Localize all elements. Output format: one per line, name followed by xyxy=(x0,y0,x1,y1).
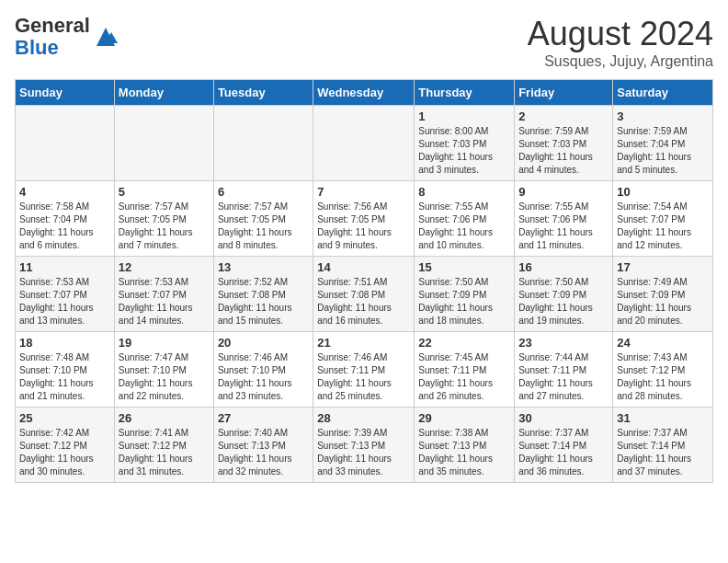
header-day-wednesday: Wednesday xyxy=(313,80,415,106)
cell-content: Sunrise: 7:47 AM Sunset: 7:10 PM Dayligh… xyxy=(119,351,210,403)
day-number: 20 xyxy=(218,336,309,350)
calendar-cell: 14Sunrise: 7:51 AM Sunset: 7:08 PM Dayli… xyxy=(313,257,415,332)
day-number: 19 xyxy=(119,336,210,350)
calendar-cell: 23Sunrise: 7:44 AM Sunset: 7:11 PM Dayli… xyxy=(515,332,613,408)
calendar-cell: 26Sunrise: 7:41 AM Sunset: 7:12 PM Dayli… xyxy=(114,408,213,483)
calendar-cell: 21Sunrise: 7:46 AM Sunset: 7:11 PM Dayli… xyxy=(313,332,415,408)
calendar-cell: 1Sunrise: 8:00 AM Sunset: 7:03 PM Daylig… xyxy=(415,106,515,181)
header-day-saturday: Saturday xyxy=(613,80,713,106)
cell-content: Sunrise: 7:57 AM Sunset: 7:05 PM Dayligh… xyxy=(218,201,309,252)
day-number: 8 xyxy=(418,185,510,199)
cell-content: Sunrise: 7:52 AM Sunset: 7:08 PM Dayligh… xyxy=(218,276,309,327)
calendar-cell xyxy=(213,106,313,181)
calendar-cell: 20Sunrise: 7:46 AM Sunset: 7:10 PM Dayli… xyxy=(213,332,313,408)
day-number: 29 xyxy=(418,411,510,425)
day-number: 14 xyxy=(317,260,410,274)
week-row-3: 11Sunrise: 7:53 AM Sunset: 7:07 PM Dayli… xyxy=(16,257,713,332)
cell-content: Sunrise: 7:50 AM Sunset: 7:09 PM Dayligh… xyxy=(418,276,510,327)
calendar-cell: 27Sunrise: 7:40 AM Sunset: 7:13 PM Dayli… xyxy=(213,408,313,483)
calendar-cell: 9Sunrise: 7:55 AM Sunset: 7:06 PM Daylig… xyxy=(515,181,613,257)
cell-content: Sunrise: 7:37 AM Sunset: 7:14 PM Dayligh… xyxy=(518,427,609,478)
week-row-5: 25Sunrise: 7:42 AM Sunset: 7:12 PM Dayli… xyxy=(16,408,713,483)
day-number: 10 xyxy=(617,185,709,199)
calendar-cell xyxy=(313,106,415,181)
cell-content: Sunrise: 7:43 AM Sunset: 7:12 PM Dayligh… xyxy=(617,351,709,403)
header-day-thursday: Thursday xyxy=(415,80,515,106)
cell-content: Sunrise: 7:56 AM Sunset: 7:05 PM Dayligh… xyxy=(317,201,410,252)
cell-content: Sunrise: 7:45 AM Sunset: 7:11 PM Dayligh… xyxy=(418,351,510,403)
cell-content: Sunrise: 7:48 AM Sunset: 7:10 PM Dayligh… xyxy=(19,351,110,403)
page-header: General Blue August 2024 Susques, Jujuy,… xyxy=(15,15,713,70)
day-number: 18 xyxy=(19,336,110,350)
calendar-cell: 13Sunrise: 7:52 AM Sunset: 7:08 PM Dayli… xyxy=(213,257,313,332)
calendar-cell: 10Sunrise: 7:54 AM Sunset: 7:07 PM Dayli… xyxy=(613,181,713,257)
location: Susques, Jujuy, Argentina xyxy=(528,53,713,70)
week-row-2: 4Sunrise: 7:58 AM Sunset: 7:04 PM Daylig… xyxy=(16,181,713,257)
day-number: 1 xyxy=(418,109,510,123)
header-day-tuesday: Tuesday xyxy=(213,80,313,106)
calendar-cell: 2Sunrise: 7:59 AM Sunset: 7:03 PM Daylig… xyxy=(515,106,613,181)
cell-content: Sunrise: 7:55 AM Sunset: 7:06 PM Dayligh… xyxy=(518,201,609,252)
calendar-header: SundayMondayTuesdayWednesdayThursdayFrid… xyxy=(16,80,713,106)
header-day-monday: Monday xyxy=(114,80,213,106)
day-number: 31 xyxy=(617,411,709,425)
calendar-cell: 28Sunrise: 7:39 AM Sunset: 7:13 PM Dayli… xyxy=(313,408,415,483)
calendar-cell: 17Sunrise: 7:49 AM Sunset: 7:09 PM Dayli… xyxy=(613,257,713,332)
calendar-cell: 31Sunrise: 7:37 AM Sunset: 7:14 PM Dayli… xyxy=(613,408,713,483)
calendar-cell xyxy=(16,106,115,181)
calendar-cell: 18Sunrise: 7:48 AM Sunset: 7:10 PM Dayli… xyxy=(16,332,115,408)
cell-content: Sunrise: 7:51 AM Sunset: 7:08 PM Dayligh… xyxy=(317,276,410,327)
day-number: 7 xyxy=(317,185,410,199)
calendar-table: SundayMondayTuesdayWednesdayThursdayFrid… xyxy=(15,79,713,483)
day-number: 5 xyxy=(119,185,210,199)
day-number: 27 xyxy=(218,411,309,425)
calendar-cell: 11Sunrise: 7:53 AM Sunset: 7:07 PM Dayli… xyxy=(16,257,115,332)
cell-content: Sunrise: 7:59 AM Sunset: 7:04 PM Dayligh… xyxy=(617,125,709,177)
day-number: 25 xyxy=(19,411,110,425)
logo-text: General Blue xyxy=(15,15,90,59)
cell-content: Sunrise: 7:59 AM Sunset: 7:03 PM Dayligh… xyxy=(518,125,609,177)
calendar-cell: 24Sunrise: 7:43 AM Sunset: 7:12 PM Dayli… xyxy=(613,332,713,408)
day-number: 26 xyxy=(119,411,210,425)
cell-content: Sunrise: 7:46 AM Sunset: 7:10 PM Dayligh… xyxy=(218,351,309,403)
calendar-cell: 4Sunrise: 7:58 AM Sunset: 7:04 PM Daylig… xyxy=(16,181,115,257)
calendar-cell: 19Sunrise: 7:47 AM Sunset: 7:10 PM Dayli… xyxy=(114,332,213,408)
cell-content: Sunrise: 7:41 AM Sunset: 7:12 PM Dayligh… xyxy=(119,427,210,478)
calendar-cell: 5Sunrise: 7:57 AM Sunset: 7:05 PM Daylig… xyxy=(114,181,213,257)
day-number: 12 xyxy=(119,260,210,274)
cell-content: Sunrise: 7:55 AM Sunset: 7:06 PM Dayligh… xyxy=(418,201,510,252)
day-number: 24 xyxy=(617,336,709,350)
header-day-sunday: Sunday xyxy=(16,80,115,106)
calendar-cell: 7Sunrise: 7:56 AM Sunset: 7:05 PM Daylig… xyxy=(313,181,415,257)
cell-content: Sunrise: 7:40 AM Sunset: 7:13 PM Dayligh… xyxy=(218,427,309,478)
title-block: August 2024 Susques, Jujuy, Argentina xyxy=(528,15,713,70)
day-number: 11 xyxy=(19,260,110,274)
week-row-4: 18Sunrise: 7:48 AM Sunset: 7:10 PM Dayli… xyxy=(16,332,713,408)
day-number: 9 xyxy=(518,185,609,199)
day-number: 4 xyxy=(19,185,110,199)
calendar-cell xyxy=(114,106,213,181)
day-number: 17 xyxy=(617,260,709,274)
day-number: 16 xyxy=(518,260,609,274)
calendar-cell: 15Sunrise: 7:50 AM Sunset: 7:09 PM Dayli… xyxy=(415,257,515,332)
day-number: 15 xyxy=(418,260,510,274)
day-number: 2 xyxy=(518,109,609,123)
day-number: 13 xyxy=(218,260,309,274)
cell-content: Sunrise: 7:57 AM Sunset: 7:05 PM Dayligh… xyxy=(119,201,210,252)
cell-content: Sunrise: 7:37 AM Sunset: 7:14 PM Dayligh… xyxy=(617,427,709,478)
cell-content: Sunrise: 7:44 AM Sunset: 7:11 PM Dayligh… xyxy=(518,351,609,403)
day-number: 23 xyxy=(518,336,609,350)
cell-content: Sunrise: 7:42 AM Sunset: 7:12 PM Dayligh… xyxy=(19,427,110,478)
cell-content: Sunrise: 7:58 AM Sunset: 7:04 PM Dayligh… xyxy=(19,201,110,252)
calendar-cell: 6Sunrise: 7:57 AM Sunset: 7:05 PM Daylig… xyxy=(213,181,313,257)
cell-content: Sunrise: 7:46 AM Sunset: 7:11 PM Dayligh… xyxy=(317,351,410,403)
cell-content: Sunrise: 8:00 AM Sunset: 7:03 PM Dayligh… xyxy=(418,125,510,177)
day-number: 21 xyxy=(317,336,410,350)
logo: General Blue xyxy=(15,15,119,59)
day-number: 30 xyxy=(518,411,609,425)
day-number: 6 xyxy=(218,185,309,199)
cell-content: Sunrise: 7:53 AM Sunset: 7:07 PM Dayligh… xyxy=(119,276,210,327)
calendar-cell: 25Sunrise: 7:42 AM Sunset: 7:12 PM Dayli… xyxy=(16,408,115,483)
header-day-friday: Friday xyxy=(515,80,613,106)
day-number: 28 xyxy=(317,411,410,425)
